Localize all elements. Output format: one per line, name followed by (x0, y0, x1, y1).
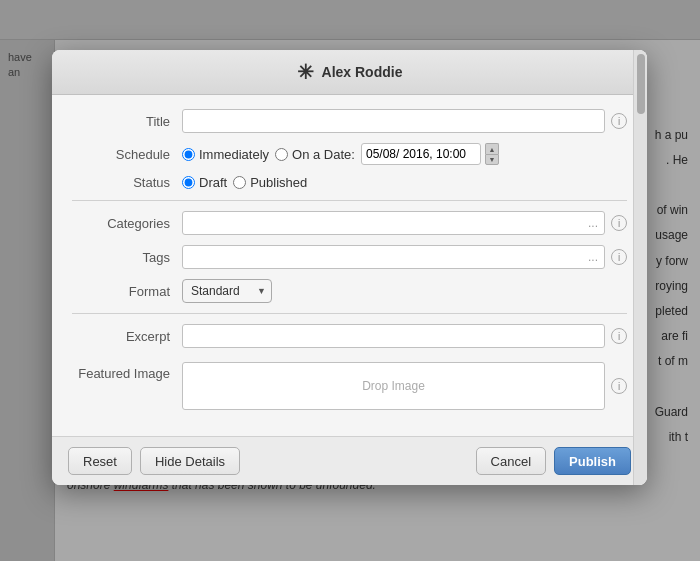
publish-button[interactable]: Publish (554, 447, 631, 475)
title-control: i (182, 109, 627, 133)
title-input[interactable] (182, 109, 605, 133)
format-select[interactable]: Standard Aside Image Video Quote Link (182, 279, 272, 303)
excerpt-info-icon[interactable]: i (611, 328, 627, 344)
draft-option[interactable]: Draft (182, 175, 227, 190)
featured-image-row: Featured Image Drop Image i (72, 358, 627, 410)
featured-image-control: Drop Image i (182, 362, 627, 410)
categories-label: Categories (72, 216, 182, 231)
categories-input[interactable]: ... (182, 211, 605, 235)
date-field[interactable] (361, 143, 481, 165)
published-label: Published (250, 175, 307, 190)
modal-title: Alex Roddie (322, 64, 403, 80)
schedule-label: Schedule (72, 147, 182, 162)
immediately-radio[interactable] (182, 148, 195, 161)
categories-info-icon[interactable]: i (611, 215, 627, 231)
modal-header: ✳ Alex Roddie (52, 50, 647, 95)
modal-footer: Reset Hide Details Cancel Publish (52, 436, 647, 485)
drop-area[interactable]: Drop Image (182, 362, 605, 410)
tags-control: ... i (182, 245, 627, 269)
modal-scrollbar[interactable] (633, 50, 647, 485)
title-row: Title i (72, 109, 627, 133)
format-row: Format Standard Aside Image Video Quote … (72, 279, 627, 303)
immediately-label: Immediately (199, 147, 269, 162)
on-a-date-label: On a Date: (292, 147, 355, 162)
excerpt-control: i (182, 324, 627, 348)
status-control: Draft Published (182, 175, 627, 190)
draft-radio[interactable] (182, 176, 195, 189)
draft-label: Draft (199, 175, 227, 190)
tags-row: Tags ... i (72, 245, 627, 269)
drop-image-text: Drop Image (362, 379, 425, 393)
featured-info-icon[interactable]: i (611, 378, 627, 394)
immediately-option[interactable]: Immediately (182, 147, 269, 162)
categories-control: ... i (182, 211, 627, 235)
asterisk-icon: ✳ (297, 60, 314, 84)
format-select-wrapper: Standard Aside Image Video Quote Link ▼ (182, 279, 272, 303)
scrollbar-thumb (637, 54, 645, 114)
format-control: Standard Aside Image Video Quote Link ▼ (182, 279, 627, 303)
tags-info-icon[interactable]: i (611, 249, 627, 265)
hide-details-button[interactable]: Hide Details (140, 447, 240, 475)
published-radio[interactable] (233, 176, 246, 189)
excerpt-label: Excerpt (72, 329, 182, 344)
stepper-down[interactable]: ▼ (485, 154, 499, 165)
cancel-button[interactable]: Cancel (476, 447, 546, 475)
status-label: Status (72, 175, 182, 190)
on-a-date-option[interactable]: On a Date: (275, 147, 355, 162)
title-label: Title (72, 114, 182, 129)
date-stepper[interactable]: ▲ ▼ (485, 143, 499, 165)
on-a-date-radio[interactable] (275, 148, 288, 161)
title-info-icon[interactable]: i (611, 113, 627, 129)
excerpt-row: Excerpt i (72, 324, 627, 348)
categories-dots: ... (588, 216, 598, 230)
publish-modal: ✳ Alex Roddie Title i Schedule Immediate… (52, 50, 647, 485)
modal-body: Title i Schedule Immediately On a Date: (52, 95, 647, 436)
reset-button[interactable]: Reset (68, 447, 132, 475)
tags-input[interactable]: ... (182, 245, 605, 269)
featured-image-label-text: Featured Image (78, 366, 170, 381)
date-input-group: ▲ ▼ (361, 143, 499, 165)
excerpt-input[interactable] (182, 324, 605, 348)
tags-label: Tags (72, 250, 182, 265)
separator-1 (72, 200, 627, 201)
tags-dots: ... (588, 250, 598, 264)
stepper-up[interactable]: ▲ (485, 143, 499, 154)
schedule-control: Immediately On a Date: ▲ ▼ (182, 143, 627, 165)
schedule-row: Schedule Immediately On a Date: ▲ ▼ (72, 143, 627, 165)
published-option[interactable]: Published (233, 175, 307, 190)
featured-image-label: Featured Image (72, 362, 182, 383)
separator-2 (72, 313, 627, 314)
categories-row: Categories ... i (72, 211, 627, 235)
format-label: Format (72, 284, 182, 299)
status-row: Status Draft Published (72, 175, 627, 190)
